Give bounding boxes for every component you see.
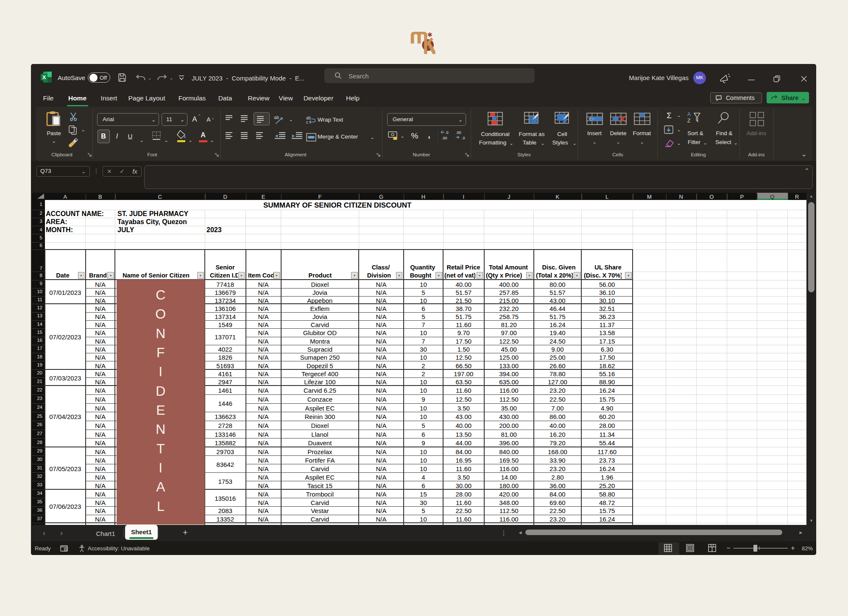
svg-text:ab: ab	[274, 115, 279, 120]
svg-text:.0: .0	[445, 130, 449, 135]
svg-text:.0: .0	[462, 136, 465, 140]
svg-text:A: A	[687, 111, 691, 117]
svg-text:Z: Z	[687, 118, 690, 124]
svg-text:X: X	[42, 74, 46, 80]
svg-text:c: c	[306, 120, 308, 124]
svg-text:.00: .00	[442, 136, 447, 140]
svg-text:.00: .00	[456, 130, 461, 135]
